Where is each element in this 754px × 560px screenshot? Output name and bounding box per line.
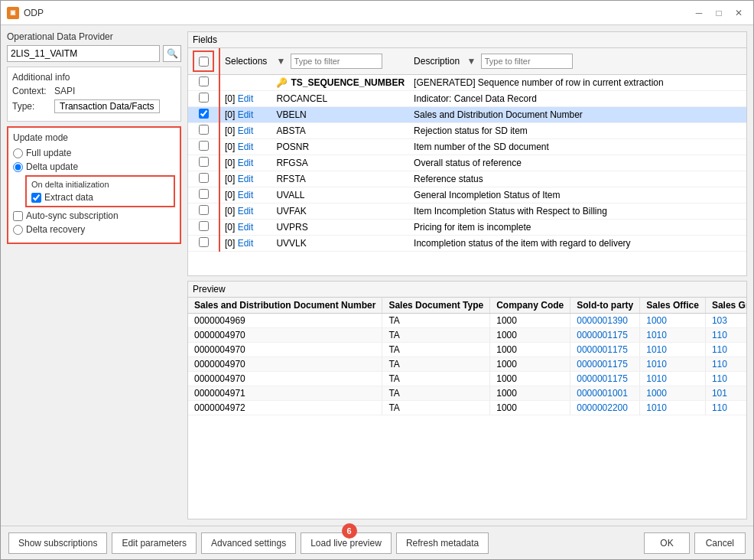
title-bar: ▣ ODP ─ □ ✕ <box>1 1 753 25</box>
field-edit-link[interactable]: Edit <box>238 109 254 120</box>
preview-title: Preview <box>188 282 746 298</box>
selections-header: Selections <box>219 48 271 75</box>
preview-table: Sales and Distribution Document NumberSa… <box>188 298 746 415</box>
desc-filter-input[interactable] <box>481 54 573 69</box>
field-row-checkbox[interactable] <box>199 221 209 231</box>
refresh-metadata-button[interactable]: Refresh metadata <box>396 532 489 554</box>
full-update-radio[interactable] <box>13 148 23 158</box>
field-edit-link[interactable]: Edit <box>238 206 254 217</box>
field-row-checkbox[interactable] <box>199 157 209 167</box>
preview-table-wrapper[interactable]: Sales and Distribution Document NumberSa… <box>188 298 746 519</box>
preview-cell: TA <box>382 328 490 343</box>
field-desc-cell: Incompletion status of the item with reg… <box>409 236 746 252</box>
field-row-checkbox[interactable] <box>199 189 209 199</box>
ok-button[interactable]: OK <box>644 532 689 554</box>
select-all-checkbox-container <box>193 50 214 72</box>
delta-recovery-label: Delta recovery <box>26 224 85 235</box>
edit-parameters-button[interactable]: Edit parameters <box>112 532 197 554</box>
preview-col-4: Sales Office <box>640 298 706 314</box>
main-window: ▣ ODP ─ □ ✕ Operational Data Provider 🔍 … <box>0 0 754 560</box>
field-edit-link[interactable]: Edit <box>238 174 254 184</box>
field-row-checkbox[interactable] <box>199 109 209 119</box>
preview-table-head: Sales and Distribution Document NumberSa… <box>188 298 746 314</box>
full-update-row: Full update <box>13 148 175 158</box>
name-filter-input[interactable] <box>291 54 382 69</box>
preview-cell: 110 <box>705 357 746 372</box>
field-desc-cell: Rejection status for SD item <box>409 123 746 139</box>
show-subscriptions-button[interactable]: Show subscriptions <box>8 532 107 554</box>
select-all-checkbox[interactable] <box>199 57 209 67</box>
minimize-button[interactable]: ─ <box>691 5 707 21</box>
field-desc-cell: Sales and Distribution Document Number <box>409 107 746 123</box>
preview-table-row: 0000004972TA100000000022001010110100012 <box>188 401 746 415</box>
field-sel-value: [0] <box>225 222 235 233</box>
field-row-checkbox[interactable] <box>199 173 209 183</box>
field-edit-link[interactable]: Edit <box>238 125 254 136</box>
field-sel-value: [0] <box>225 190 235 200</box>
odp-label: Operational Data Provider <box>7 31 181 42</box>
type-label: Type: <box>12 101 54 112</box>
fields-table-wrapper[interactable]: Selections ▼ Description ▼ <box>188 48 746 275</box>
preview-col-5: Sales Group <box>705 298 746 314</box>
preview-cell: 1010 <box>640 343 706 357</box>
field-row-checkbox[interactable] <box>199 141 209 151</box>
field-edit-link[interactable]: Edit <box>238 93 254 104</box>
delta-update-radio[interactable] <box>13 162 23 172</box>
field-row-checkbox[interactable] <box>199 125 209 135</box>
load-preview-container: 6 Load live preview <box>301 532 392 554</box>
field-sel-value: [0] <box>225 206 235 217</box>
field-edit-link[interactable]: Edit <box>238 222 254 233</box>
field-sel-cell: [0] Edit <box>219 220 271 236</box>
preview-cell: 1000 <box>490 314 570 328</box>
odp-input[interactable] <box>7 45 160 62</box>
maximize-button[interactable]: □ <box>710 5 727 21</box>
desc-col-label: Description <box>414 56 460 67</box>
preview-cell: 1010 <box>640 328 706 343</box>
field-name-value: UVPRS <box>276 222 307 233</box>
field-row-checkbox[interactable] <box>199 205 209 215</box>
field-name-value: ROCANCEL <box>276 93 327 104</box>
field-row-checkbox[interactable] <box>199 93 209 103</box>
preview-cell: 1000 <box>490 386 570 401</box>
field-name-cell: UVVLK <box>271 236 409 252</box>
update-mode-section: Update mode Full update Delta update On … <box>7 126 181 244</box>
extract-data-label: Extract data <box>44 192 93 203</box>
field-edit-link[interactable]: Edit <box>238 158 254 168</box>
delta-recovery-radio[interactable] <box>13 225 23 235</box>
field-name-value: UVFAK <box>276 206 306 217</box>
field-name-value: UVALL <box>276 190 304 200</box>
cancel-button[interactable]: Cancel <box>694 532 746 554</box>
autosync-label: Auto-sync subscription <box>26 210 119 221</box>
context-value: SAPI <box>54 86 75 96</box>
field-row-checkbox[interactable] <box>199 77 209 86</box>
odp-search-button[interactable]: 🔍 <box>163 45 181 62</box>
full-update-label: Full update <box>26 148 71 158</box>
fields-table-row: [0] EditRFSTAReference status <box>188 171 746 187</box>
field-edit-link[interactable]: Edit <box>238 238 254 249</box>
preview-cell: 103 <box>705 314 746 328</box>
preview-cell: 0000004970 <box>188 343 382 357</box>
field-sel-cell: [0] Edit <box>219 91 271 107</box>
delta-update-row: Delta update <box>13 161 175 172</box>
preview-table-row: 0000004971TA100000000010011000101100012 <box>188 386 746 401</box>
field-sel-cell <box>219 75 271 91</box>
preview-cell: 0000004969 <box>188 314 382 328</box>
preview-cell: 1010 <box>640 372 706 386</box>
preview-cell: 0000001001 <box>570 386 640 401</box>
field-name-value: RFGSA <box>276 158 307 168</box>
fields-table-row: [0] EditPOSNRItem number of the SD docum… <box>188 139 746 155</box>
key-icon: 🔑 <box>276 77 288 88</box>
preview-cell: 0000001390 <box>570 314 640 328</box>
preview-cell: 0000004972 <box>188 401 382 415</box>
field-edit-link[interactable]: Edit <box>238 142 254 152</box>
close-button[interactable]: ✕ <box>730 5 747 21</box>
preview-cell: TA <box>382 401 490 415</box>
advanced-settings-button[interactable]: Advanced settings <box>201 532 296 554</box>
field-name-cell: 🔑TS_SEQUENCE_NUMBER <box>271 75 409 91</box>
field-row-checkbox[interactable] <box>199 237 209 247</box>
preview-cell: 110 <box>705 401 746 415</box>
preview-cell: TA <box>382 386 490 401</box>
extract-data-checkbox[interactable] <box>31 193 41 203</box>
field-edit-link[interactable]: Edit <box>238 190 254 200</box>
autosync-checkbox[interactable] <box>13 211 23 221</box>
